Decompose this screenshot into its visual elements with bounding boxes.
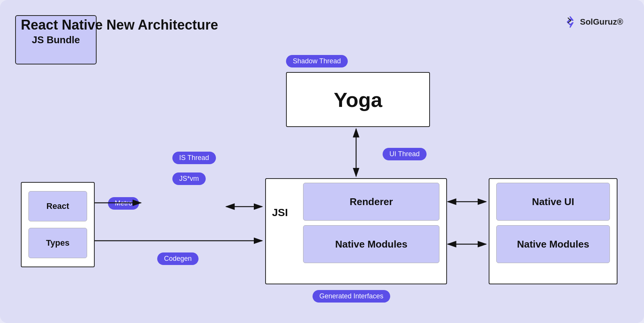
native-modules-inner-label: Native Modules <box>335 238 408 250</box>
yoga-label: Yoga <box>334 88 382 111</box>
native-modules-right-box: Native Modules <box>496 225 610 263</box>
react-label: React <box>47 201 69 211</box>
page: React Native New Architecture SolGuruz® … <box>0 0 644 323</box>
jsvm-pill: JS*vm <box>172 172 206 185</box>
logo-icon <box>563 15 577 29</box>
native-modules-right-label: Native Modules <box>517 238 589 250</box>
renderer-box: Renderer <box>303 183 439 221</box>
types-label: Types <box>46 238 70 248</box>
yoga-box: Yoga <box>286 72 430 127</box>
shadow-thread-pill: Shadow Thread <box>286 55 348 67</box>
ui-thread-pill: UI Thread <box>383 148 427 160</box>
types-inner-box: Types <box>28 228 87 258</box>
logo-text: SolGuruz® <box>580 17 623 27</box>
is-thread-pill: IS Thread <box>172 152 216 164</box>
codegen-pill: Codegen <box>157 252 199 265</box>
metro-pill: Metro <box>108 197 139 210</box>
native-ui-label: Native UI <box>532 196 574 208</box>
react-types-box: React Types <box>21 182 95 267</box>
page-title: React Native New Architecture <box>21 17 218 33</box>
react-inner-box: React <box>28 191 87 221</box>
logo: SolGuruz® <box>563 15 623 29</box>
renderer-label: Renderer <box>350 196 393 208</box>
native-modules-inner-box: Native Modules <box>303 225 439 263</box>
native-ui-box: Native UI <box>496 183 610 221</box>
jsi-label: JSI <box>272 207 288 219</box>
jsbundle-label: JS Bundle <box>32 34 80 46</box>
generated-interfaces-pill: Generated Interfaces <box>313 290 390 303</box>
